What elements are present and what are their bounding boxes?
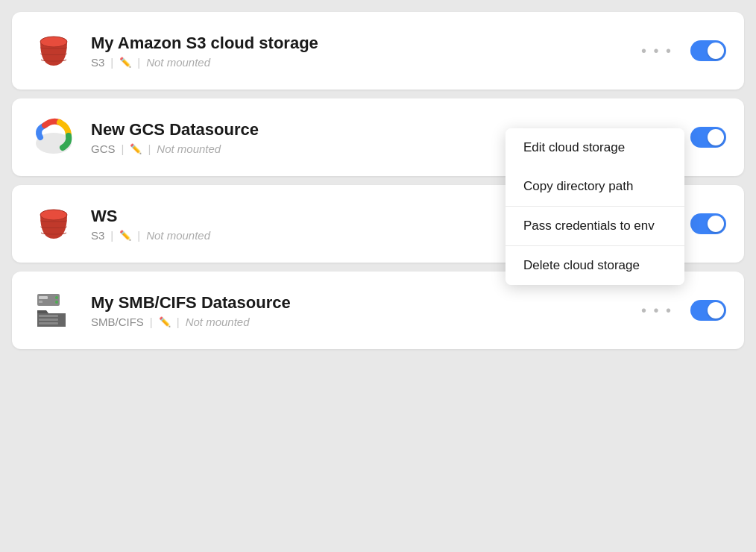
svg-rect-10 — [39, 301, 42, 303]
separator2: | — [137, 56, 140, 69]
toggle-switch[interactable] — [690, 40, 726, 61]
svg-point-12 — [55, 301, 58, 304]
mount-status: Not mounted — [146, 56, 210, 69]
storage-type: S3 — [91, 229, 104, 242]
edit-icon[interactable]: ✏️ — [130, 143, 142, 154]
more-button[interactable]: • • • — [635, 299, 678, 322]
separator: | — [110, 229, 113, 242]
separator2: | — [177, 316, 180, 328]
svg-rect-8 — [37, 294, 60, 306]
more-button[interactable]: • • • — [635, 40, 678, 63]
card-actions: • • • — [635, 299, 726, 322]
gcs-icon — [30, 113, 78, 161]
edit-icon[interactable]: ✏️ — [119, 57, 131, 68]
gcs-card: New GCS Datasource GCS | ✏️ | Not mounte… — [12, 98, 744, 176]
separator: | — [150, 316, 153, 328]
mount-status: Not mounted — [186, 316, 250, 328]
mount-status: Not mounted — [157, 142, 221, 155]
card-info: My Amazon S3 cloud storage S3 | ✏️ | Not… — [91, 34, 622, 69]
card-info: My SMB/CIFS Datasource SMB/CIFS | ✏️ | N… — [91, 293, 622, 328]
s3-card: My Amazon S3 cloud storage S3 | ✏️ | Not… — [12, 12, 744, 90]
svg-rect-15 — [39, 322, 58, 324]
separator2: | — [137, 229, 140, 242]
s3-icon — [30, 27, 78, 75]
edit-icon[interactable]: ✏️ — [119, 230, 131, 241]
svg-rect-13 — [39, 315, 58, 317]
svg-rect-14 — [39, 319, 58, 321]
separator: | — [110, 56, 113, 69]
mount-status: Not mounted — [146, 229, 210, 242]
pass-credentials-menu-item[interactable]: Pass credentials to env — [505, 207, 684, 245]
separator: | — [122, 142, 125, 155]
toggle-switch[interactable] — [690, 127, 726, 148]
edit-storage-menu-item[interactable]: Edit cloud storage — [505, 128, 684, 167]
context-menu: Edit cloud storage Copy directory path P… — [505, 128, 684, 285]
toggle-switch[interactable] — [690, 300, 726, 321]
toggle-switch[interactable] — [690, 213, 726, 234]
smb-icon — [30, 286, 78, 334]
copy-path-menu-item[interactable]: Copy directory path — [505, 167, 684, 206]
s3-icon-ws — [30, 200, 78, 248]
svg-point-11 — [55, 296, 58, 299]
card-title: My SMB/CIFS Datasource — [91, 293, 622, 313]
storage-type: GCS — [91, 142, 116, 155]
svg-rect-9 — [39, 296, 48, 299]
card-meta: S3 | ✏️ | Not mounted — [91, 56, 622, 69]
separator2: | — [148, 142, 151, 155]
card-actions: • • • — [635, 40, 726, 63]
storage-type: SMB/CIFS — [91, 316, 144, 328]
card-title: My Amazon S3 cloud storage — [91, 34, 622, 53]
storage-type: S3 — [91, 56, 104, 69]
delete-storage-menu-item[interactable]: Delete cloud storage — [505, 246, 684, 285]
edit-icon[interactable]: ✏️ — [159, 316, 171, 327]
card-meta: SMB/CIFS | ✏️ | Not mounted — [91, 316, 622, 328]
